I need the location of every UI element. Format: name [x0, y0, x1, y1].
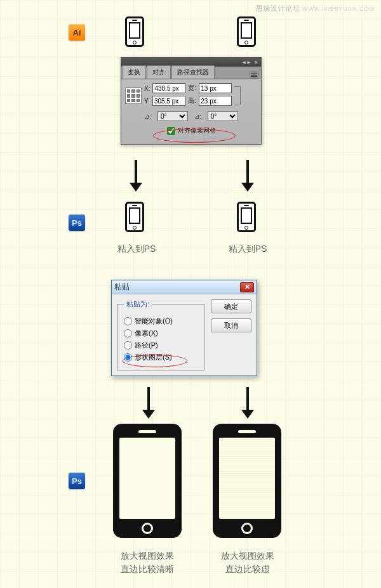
phone-crisp: [113, 424, 182, 538]
watermark: 思缘设计论坛WWW.MISSYUAN.COM: [256, 4, 375, 13]
transform-panel: ◄►✕ 变换 对齐 路径查找器 X: Y: 宽: 高: ⊿: 0° ⊿: 0°: [121, 57, 262, 145]
w-label: 宽:: [188, 84, 196, 93]
ok-button[interactable]: 确定: [211, 299, 251, 313]
close-icon[interactable]: ✕: [254, 60, 258, 65]
paste-as-legend: 粘贴为:: [124, 299, 152, 309]
dialog-titlebar: 粘贴 ✕: [112, 280, 257, 294]
tab-transform[interactable]: 变换: [122, 65, 146, 79]
y-input[interactable]: [152, 96, 185, 106]
phone-icon: [237, 16, 256, 47]
phone-icon: [237, 202, 256, 232]
arrow-down-icon: [241, 387, 254, 419]
paste-as-group: 粘贴为: 智能对象(O) 像素(X) 路径(P) 形状图层(S): [117, 299, 204, 370]
close-button[interactable]: ✕: [240, 282, 254, 292]
arrow-down-icon: [142, 387, 155, 419]
arrow-down-icon: [130, 160, 142, 192]
x-input[interactable]: [152, 83, 185, 93]
angle-label: ⊿:: [144, 113, 151, 120]
align-pixel-grid-checkbox[interactable]: [167, 127, 175, 135]
opt-shapelayer[interactable]: 形状图层(S): [124, 353, 197, 362]
opt-path[interactable]: 路径(P): [124, 341, 197, 350]
link-wh-icon[interactable]: [234, 86, 241, 105]
y-label: Y:: [144, 98, 150, 105]
caption-paste-right: 粘入到PS: [203, 242, 292, 256]
phone-icon: [125, 16, 144, 47]
reference-point[interactable]: [125, 88, 142, 104]
caption-paste-left: 粘入到PS: [92, 242, 181, 256]
tab-pathfinder[interactable]: 路径查找器: [171, 65, 215, 79]
paste-dialog: 粘贴 ✕ 粘贴为: 智能对象(O) 像素(X) 路径(P) 形状图层(S) 确定…: [111, 280, 257, 376]
phone-icon: [125, 202, 144, 232]
ai-app-icon: Ai: [69, 24, 85, 41]
phone-blurry: [213, 424, 281, 538]
shear-select[interactable]: 0°: [208, 111, 238, 121]
opt-pixels[interactable]: 像素(X): [124, 329, 197, 338]
arrow-down-icon: [241, 160, 254, 192]
align-pixel-grid-label: 对齐像素网格: [178, 126, 216, 135]
collapse-icon[interactable]: ◄►: [241, 60, 251, 65]
cancel-button[interactable]: 取消: [211, 318, 251, 332]
ps-app-icon: Ps: [69, 214, 85, 231]
h-label: 高:: [188, 96, 196, 105]
w-input[interactable]: [199, 83, 232, 93]
panel-tabs: 变换 对齐 路径查找器: [121, 67, 261, 79]
ps-app-icon: Ps: [69, 473, 85, 489]
x-label: X:: [144, 85, 150, 92]
dialog-title: 粘贴: [114, 282, 240, 292]
caption-bottom-left: 放大视图效果 直边比较清晰: [103, 549, 192, 576]
tab-align[interactable]: 对齐: [147, 65, 171, 79]
h-input[interactable]: [199, 96, 232, 106]
shear-label: ⊿:: [194, 113, 201, 120]
panel-menu-icon[interactable]: [250, 71, 258, 79]
opt-smartobject[interactable]: 智能对象(O): [124, 317, 197, 326]
angle-select[interactable]: 0°: [157, 111, 188, 121]
caption-bottom-right: 放大视图效果 直边比较虚: [203, 549, 292, 576]
